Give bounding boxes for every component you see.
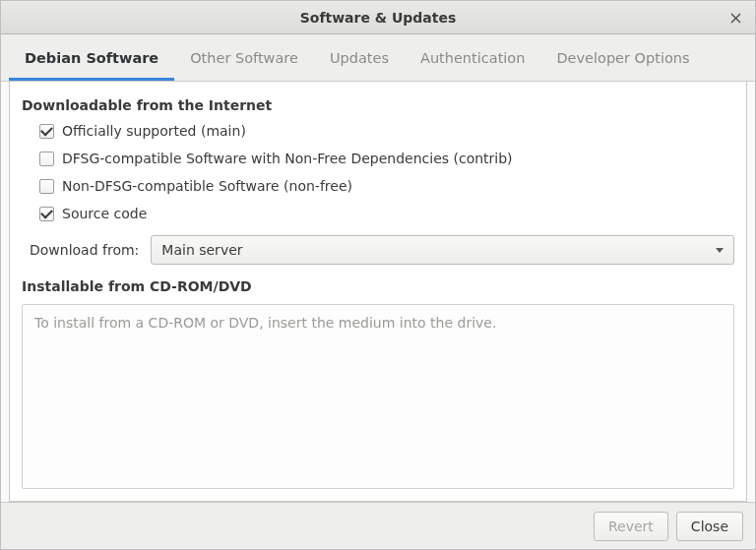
checkbox-source[interactable] (39, 207, 54, 221)
window-close-button[interactable] (725, 8, 745, 28)
tab-authentication[interactable]: Authentication (405, 40, 540, 81)
cdrom-hint-text: To install from a CD-ROM or DVD, insert … (34, 315, 496, 331)
checkbox-contrib-label: DFSG-compatible Software with Non-Free D… (62, 151, 513, 166)
download-from-combobox[interactable]: Main server (151, 235, 734, 265)
tab-other-software[interactable]: Other Software (174, 40, 314, 81)
tab-debian-software[interactable]: Debian Software (9, 40, 174, 81)
checkbox-contrib[interactable] (39, 152, 54, 166)
checkbox-row-source: Source code (39, 206, 734, 221)
download-from-row: Download from: Main server (30, 235, 734, 265)
cdrom-info-box: To install from a CD-ROM or DVD, insert … (22, 304, 734, 489)
checkbox-row-main: Officially supported (main) (39, 123, 734, 139)
downloadable-section-label: Downloadable from the Internet (22, 97, 734, 113)
checkbox-nonfree-label: Non-DFSG-compatible Software (non-free) (62, 178, 352, 194)
window-title: Software & Updates (300, 10, 457, 26)
download-from-label: Download from: (30, 242, 139, 258)
checkbox-nonfree[interactable] (39, 179, 54, 194)
titlebar: Software & Updates (1, 1, 755, 34)
checkbox-main-label: Officially supported (main) (62, 123, 246, 139)
tab-developer-options[interactable]: Developer Options (540, 40, 705, 81)
tab-updates[interactable]: Updates (314, 40, 405, 81)
dialog-footer: Revert Close (1, 502, 755, 549)
checkbox-main[interactable] (39, 124, 54, 139)
checkbox-row-contrib: DFSG-compatible Software with Non-Free D… (39, 151, 734, 166)
checkbox-source-label: Source code (62, 206, 147, 221)
tabs-bar: Debian Software Other Software Updates A… (1, 34, 755, 82)
download-from-value: Main server (161, 242, 242, 258)
chevron-down-icon (716, 248, 724, 253)
close-icon (730, 13, 741, 24)
cdrom-section-label: Installable from CD-ROM/DVD (22, 278, 734, 294)
tab-content: Downloadable from the Internet Officiall… (9, 82, 747, 502)
checkbox-row-nonfree: Non-DFSG-compatible Software (non-free) (39, 178, 734, 194)
revert-button[interactable]: Revert (594, 512, 668, 541)
close-button[interactable]: Close (676, 512, 743, 541)
